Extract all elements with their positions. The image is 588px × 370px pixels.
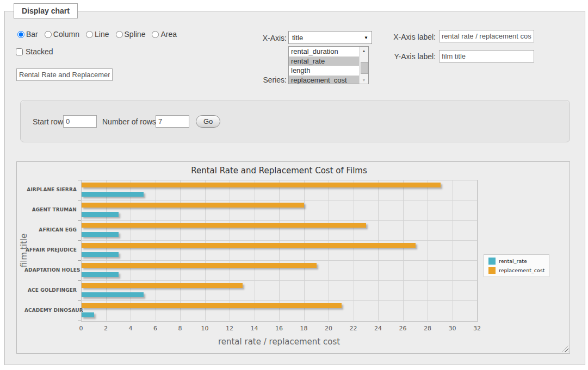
gridline (131, 180, 131, 321)
gridline (477, 180, 478, 321)
gridline (354, 180, 354, 321)
x-tick-label: 26 (395, 325, 411, 332)
legend-item: rental_rate (488, 258, 544, 265)
chart-type-radio-area[interactable] (152, 31, 159, 38)
x-tick-label: 14 (246, 325, 263, 332)
bar-replacement_cost (82, 223, 366, 228)
chart-title: Rental Rate and Replacement Cost of Film… (81, 166, 477, 175)
bar-replacement_cost (82, 183, 441, 187)
gridline (180, 180, 181, 321)
scrollbar-up-icon[interactable]: ▲ (360, 47, 368, 54)
series-option[interactable]: rental_rate (289, 57, 359, 66)
chart-type-radio-spline[interactable] (116, 31, 123, 38)
stacked-label: Stacked (26, 47, 53, 56)
chart-type-radio-line[interactable] (86, 31, 93, 38)
x-axis-label-input[interactable] (439, 30, 534, 42)
x-tick-label: 18 (296, 325, 312, 332)
x-tick-label: 32 (469, 325, 485, 332)
y-axis-tick (78, 321, 81, 321)
y-axis-tick (78, 240, 81, 241)
stacked-checkbox[interactable] (16, 48, 23, 55)
x-axis-label-field-label: X-Axis label: (381, 33, 436, 41)
go-button[interactable]: Go (196, 115, 220, 128)
gridline (378, 180, 379, 321)
x-tick-label: 24 (370, 325, 386, 332)
y-axis-label-field-label: Y-Axis label: (381, 52, 436, 61)
legend-item: replacement_cost (488, 267, 544, 274)
chart-type-option[interactable]: Bar (17, 30, 38, 39)
x-tick-label: 16 (271, 325, 287, 332)
series-options: rental_duration rental_rate length repla… (289, 47, 359, 84)
gridline (255, 180, 255, 321)
chart-type-option[interactable]: Line (86, 30, 109, 39)
x-tick-label: 6 (147, 325, 164, 332)
series-option[interactable]: length (289, 66, 359, 76)
gridline (279, 180, 280, 321)
gridline (81, 200, 477, 200)
x-axis-select-label: X-Axis: (238, 34, 287, 42)
bar-rental_rate (82, 232, 119, 237)
chart-type-option[interactable]: Area (152, 30, 177, 39)
panel-legend: Display chart (14, 3, 78, 18)
scrollbar-thumb[interactable] (361, 62, 368, 74)
x-tick-label: 30 (444, 325, 461, 332)
gridline (428, 180, 428, 321)
stacked-row: Stacked (16, 47, 53, 56)
x-tick-label: 2 (98, 325, 114, 332)
num-rows-label: Number of rows: (102, 117, 158, 126)
scrollbar-down-icon[interactable]: ▼ (360, 76, 368, 84)
series-option[interactable]: replacement_cost (289, 76, 359, 84)
category-label: AFFAIR PREJUDICE (24, 247, 77, 253)
x-tick-label: 12 (221, 325, 238, 332)
gridline (156, 180, 156, 321)
category-label: AGENT TRUMAN (24, 207, 77, 212)
bar-rental_rate (82, 252, 119, 257)
legend-swatch-rental-rate (488, 258, 496, 265)
x-tick-label: 4 (122, 325, 139, 332)
num-rows-input[interactable] (156, 115, 189, 128)
resize-handle-icon[interactable] (562, 346, 568, 352)
chart-type-radio-bar[interactable] (17, 31, 24, 38)
chart-type-option[interactable]: Spline (116, 30, 146, 39)
y-axis-tick (78, 260, 81, 261)
chart-title-input[interactable] (16, 68, 113, 81)
series-scrollbar[interactable]: ▲ ▼ (359, 47, 368, 84)
x-tick-label: 8 (172, 325, 188, 332)
bar-replacement_cost (82, 283, 243, 288)
gridline (81, 240, 477, 241)
x-axis-select[interactable]: title ▼ (288, 31, 372, 44)
category-label: AFRICAN EGG (24, 227, 77, 233)
category-label: ADAPTATION HOLES (24, 267, 77, 273)
bar-rental_rate (82, 272, 119, 277)
bar-rental_rate (82, 312, 94, 317)
y-axis-tick (78, 280, 81, 281)
x-tick-label: 20 (320, 325, 337, 332)
gridline (304, 180, 305, 321)
y-axis-tick (78, 200, 81, 200)
gridline (230, 180, 230, 321)
bar-replacement_cost (82, 203, 304, 208)
chart-area: Rental Rate and Replacement Cost of Film… (16, 161, 570, 354)
bar-replacement_cost (82, 263, 317, 268)
category-label: AIRPLANE SIERRA (24, 187, 77, 192)
series-listbox[interactable]: rental_duration rental_rate length repla… (288, 46, 369, 84)
bar-rental_rate (82, 292, 144, 297)
y-axis-label-input[interactable] (439, 50, 534, 62)
y-axis-tick (78, 220, 81, 221)
bar-rental_rate (82, 212, 119, 217)
y-axis-tick (78, 300, 81, 301)
chart-type-radio-group: Bar Column Line Spline Area (17, 30, 181, 39)
y-axis-tick (78, 180, 81, 180)
bar-replacement_cost (82, 243, 416, 248)
x-tick-label: 28 (419, 325, 436, 332)
chart-legend: rental_rate replacement_cost (484, 254, 549, 277)
series-option[interactable]: rental_duration (289, 47, 359, 57)
start-row-input[interactable] (63, 115, 97, 128)
gridline (453, 180, 453, 321)
chart-type-option[interactable]: Column (45, 30, 79, 39)
category-label: ACE GOLDFINGER (24, 287, 77, 293)
chart-type-radio-column[interactable] (45, 31, 52, 38)
legend-swatch-replacement-cost (488, 267, 496, 274)
bar-replacement_cost (82, 303, 342, 308)
category-label: ACADEMY DINOSAUR (24, 308, 77, 313)
